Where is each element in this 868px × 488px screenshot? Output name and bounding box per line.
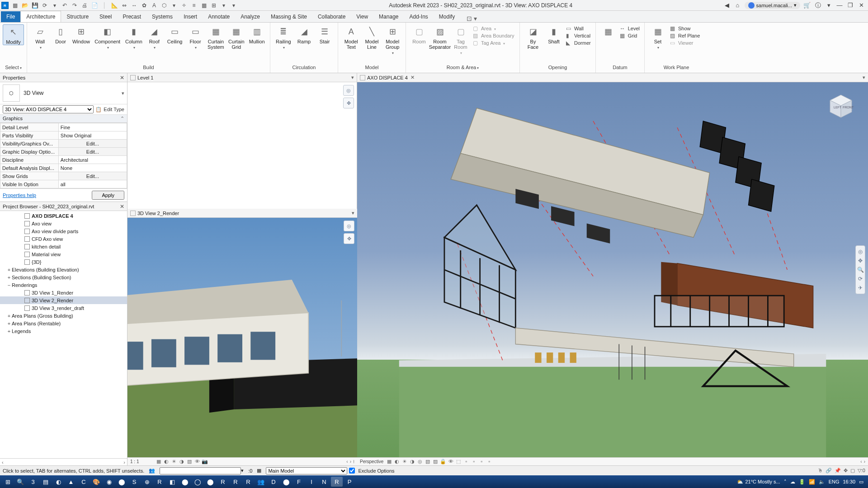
render-cam-icon[interactable]: 📷 xyxy=(202,459,208,465)
render-tab[interactable]: 3D View 2_Render ▾ xyxy=(127,209,357,218)
property-value[interactable]: Architectural xyxy=(58,156,127,164)
taskbar-button[interactable]: 👥 xyxy=(255,477,267,487)
type-drop-icon[interactable]: ▾ xyxy=(122,90,124,96)
render-scale[interactable]: 1 : 1 xyxy=(130,459,153,464)
qat-drop3-icon[interactable]: ▾ xyxy=(220,1,228,9)
browser-hscroll[interactable]: ‹› xyxy=(0,458,127,465)
property-row[interactable]: Visible In Optionall xyxy=(0,180,127,188)
property-value[interactable]: Fine xyxy=(58,123,127,131)
expand-icon[interactable]: + xyxy=(6,313,12,319)
tree-node[interactable]: Material view xyxy=(0,250,127,258)
tab-precast[interactable]: Precast xyxy=(117,11,146,22)
workset-selector[interactable]: Main Model xyxy=(266,467,347,474)
axo-m1-icon[interactable]: ▫ xyxy=(463,459,469,465)
restore-icon[interactable]: ❐ xyxy=(846,1,854,9)
taskbar-button[interactable]: R xyxy=(230,477,241,487)
taskbar-button[interactable]: ⊞ xyxy=(2,477,14,487)
taskbar-button[interactable]: ▤ xyxy=(40,477,52,487)
taskbar-button[interactable]: P xyxy=(344,477,355,487)
qat-measure-icon[interactable]: 📐 xyxy=(110,1,118,9)
qat-section-icon[interactable]: ✧ xyxy=(180,1,188,9)
level-button[interactable]: ↔Level xyxy=(620,25,640,32)
render-detail-icon[interactable]: ▦ xyxy=(156,459,162,465)
opening-dormer-button[interactable]: ◣Dormer xyxy=(566,40,591,46)
axo-temp-icon[interactable]: 👁 xyxy=(448,459,454,465)
qat-pdf-icon[interactable]: 📄 xyxy=(90,1,99,9)
qat-save-icon[interactable]: 💾 xyxy=(31,1,39,9)
modify-button[interactable]: ↖ Modify xyxy=(3,24,24,45)
qat-dim-icon[interactable]: ↔ xyxy=(130,1,138,9)
taskbar-button[interactable]: S xyxy=(128,477,140,487)
sb-drag-icon[interactable]: ✥ xyxy=(844,468,848,474)
qat-sync-icon[interactable]: ⟳ xyxy=(41,1,49,9)
render-shadow-icon[interactable]: ◑ xyxy=(179,459,185,465)
edit-type-button[interactable]: Edit Type xyxy=(104,107,124,112)
taskbar-button[interactable]: R xyxy=(154,477,165,487)
tab-modify[interactable]: Modify xyxy=(434,11,460,22)
view-selector[interactable]: 3D View: AXO DISPLACE 4 xyxy=(3,105,94,113)
tray-chevron-icon[interactable]: ˄ xyxy=(784,479,787,485)
qat-rvt-icon[interactable]: ▦ xyxy=(11,1,19,9)
property-row[interactable]: Visibility/Graphics Ov...Edit... xyxy=(0,140,127,148)
taskbar-button[interactable]: ⬤ xyxy=(280,477,292,487)
taskbar-button[interactable]: ⊕ xyxy=(141,477,153,487)
taskbar-button[interactable]: ◧ xyxy=(166,477,178,487)
tree-node[interactable]: 3D View 2_Render xyxy=(0,296,127,304)
axo-lock-icon[interactable]: 🔒 xyxy=(440,459,446,465)
user-pill[interactable]: samuel.macali... ▾ xyxy=(745,2,800,9)
taskbar-button[interactable]: N xyxy=(318,477,330,487)
axo-mode[interactable]: Perspective xyxy=(360,459,383,464)
tray-battery-icon[interactable]: 🔋 xyxy=(799,479,805,485)
expand-icon[interactable]: + xyxy=(6,275,12,280)
property-value[interactable]: Edit... xyxy=(58,140,127,148)
room-button[interactable]: ▢Room xyxy=(409,24,429,44)
tab-addins[interactable]: Add-Ins xyxy=(404,11,433,22)
tag-room-button[interactable]: ▢Tag Room xyxy=(450,24,471,55)
floor-button[interactable]: ▭Floor xyxy=(185,24,205,50)
render-tab-drop-icon[interactable]: ▾ xyxy=(352,210,354,216)
door-button[interactable]: ▯Door xyxy=(50,24,71,44)
status-set-icon[interactable]: ▦ xyxy=(257,468,261,474)
graphics-group-header[interactable]: Graphics ⌃ xyxy=(0,115,127,123)
taskbar-button[interactable]: R xyxy=(242,477,254,487)
render-sun-icon[interactable]: ☀ xyxy=(171,459,177,465)
property-row[interactable]: Graphic Display Optio...Edit... xyxy=(0,148,127,156)
tab-systems[interactable]: Systems xyxy=(146,11,178,22)
axo-cropshow-icon[interactable]: ▨ xyxy=(432,459,439,465)
property-row[interactable]: Default Analysis Displ...None xyxy=(0,164,127,172)
roof-button[interactable]: ◢Roof xyxy=(144,24,165,50)
property-value[interactable]: Edit... xyxy=(58,148,127,156)
qat-drop2-icon[interactable]: ▾ xyxy=(170,1,178,9)
plan-nav-wheel-icon[interactable]: ◎ xyxy=(343,85,354,96)
opening-wall-button[interactable]: ▭Wall xyxy=(566,25,591,32)
viewer-button[interactable]: ▭Viewer xyxy=(670,40,700,46)
taskbar-button[interactable]: 🎨 xyxy=(90,477,102,487)
taskbar-button[interactable]: F xyxy=(293,477,305,487)
cart-icon[interactable]: 🛒 xyxy=(803,1,811,9)
render-temp-icon[interactable]: 👁 xyxy=(194,459,200,465)
tab-file[interactable]: File xyxy=(1,11,20,22)
property-value[interactable]: all xyxy=(58,180,127,188)
tag-area-button[interactable]: ▢Tag Area xyxy=(473,40,514,46)
property-value[interactable]: None xyxy=(58,164,127,172)
taskbar-button[interactable]: I xyxy=(306,477,317,487)
status-search[interactable] xyxy=(160,467,241,474)
minimize-icon[interactable]: — xyxy=(835,1,844,9)
tree-node[interactable]: −Renderings xyxy=(0,281,127,289)
axo-hscroll[interactable]: ‹› xyxy=(860,459,865,464)
qat-redo-icon[interactable]: ↷ xyxy=(71,1,79,9)
axo-tab-drop-icon[interactable]: ▾ xyxy=(863,75,865,80)
tab-manage[interactable]: Manage xyxy=(373,11,404,22)
plan-tab[interactable]: Level 1 ▾ xyxy=(127,73,357,82)
window-button[interactable]: ⊞Window xyxy=(71,24,91,44)
axo-m4-icon[interactable]: ▫ xyxy=(486,459,492,465)
qat-print-icon[interactable]: 🖨 xyxy=(80,1,89,9)
project-tree[interactable]: AXO DISPLACE 4Axo viewAxo view divide pa… xyxy=(0,211,127,458)
qat-thin-icon[interactable]: ≡ xyxy=(190,1,198,9)
tree-node[interactable]: 3D View 3_render_draft xyxy=(0,304,127,312)
browser-header[interactable]: Project Browser - SH02_2023_original.rvt… xyxy=(0,202,127,211)
axo-detail-icon[interactable]: ▦ xyxy=(386,459,392,465)
curtain-grid-button[interactable]: ▦Curtain Grid xyxy=(226,24,246,50)
tree-node[interactable]: +Area Plans (Gross Building) xyxy=(0,312,127,319)
help-drop-icon[interactable]: ▾ xyxy=(825,1,833,9)
